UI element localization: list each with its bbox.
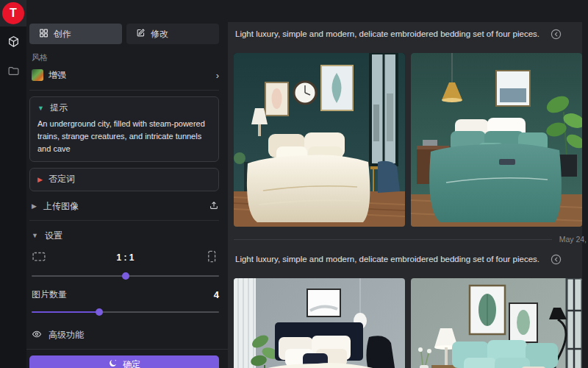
eye-icon — [32, 329, 42, 342]
image-grid-row — [228, 46, 588, 227]
upload-image-row[interactable]: ▶ 上传图像 — [32, 199, 219, 213]
generation-date: May 24, — [559, 235, 587, 244]
generation-prompt-row: Light luxury, simple and modern, delicat… — [228, 247, 588, 271]
reuse-prompt-icon[interactable] — [550, 253, 562, 266]
chevron-right-icon: ▶ — [32, 202, 37, 210]
aspect-ratio-slider[interactable] — [32, 272, 219, 280]
image-count-slider[interactable] — [32, 308, 219, 316]
image-count-label: 图片数量 — [32, 289, 214, 301]
tab-modify-label: 修改 — [151, 28, 168, 40]
slider-thumb[interactable] — [96, 308, 103, 316]
landscape-ratio-icon[interactable] — [32, 250, 46, 266]
divider — [29, 90, 219, 91]
image-count-row: 图片数量 4 — [32, 289, 219, 301]
style-section-label: 风格 — [32, 52, 219, 63]
generation-feed: Light luxury, simple and modern, delicat… — [228, 0, 588, 368]
confirm-label: 确定 — [123, 358, 140, 368]
negative-label: 否定词 — [49, 173, 75, 185]
prompt-input[interactable]: An underground city, filled with steam-p… — [30, 116, 218, 161]
generation-prompt-text: Light luxury, simple and modern, delicat… — [235, 29, 539, 38]
slider-thumb[interactable] — [122, 272, 129, 280]
style-thumbnail — [32, 69, 43, 81]
style-selector[interactable]: 增强 › — [32, 67, 219, 83]
negative-section: ▶ 否定词 — [29, 168, 219, 191]
cube-icon — [7, 35, 20, 51]
generation-prompt-text: Light luxury, simple and modern, delicat… — [235, 255, 539, 263]
reuse-prompt-icon[interactable] — [550, 28, 562, 40]
prompt-section: ▼ 提示 An underground city, filled with st… — [29, 96, 219, 162]
tab-create[interactable]: 创作 — [29, 24, 122, 44]
grid-icon — [39, 28, 49, 40]
image-grid-row — [228, 271, 588, 368]
aspect-ratio-value: 1 : 1 — [46, 252, 204, 263]
moon-icon — [108, 358, 118, 368]
gallery-area: Light luxury, simple and modern, delicat… — [228, 0, 588, 368]
logo-tile: T — [0, 0, 26, 26]
divider-line — [234, 239, 552, 240]
tab-create-label: 创作 — [54, 28, 71, 40]
sidebar-item-generate[interactable] — [0, 33, 26, 52]
portrait-ratio-icon[interactable] — [204, 250, 219, 266]
tab-modify[interactable]: 修改 — [126, 24, 219, 44]
settings-label: 设置 — [45, 230, 219, 242]
generated-image[interactable] — [411, 53, 582, 227]
app-logo[interactable]: T — [2, 2, 24, 24]
chevron-down-icon: ▼ — [37, 105, 44, 112]
folder-icon — [7, 65, 20, 80]
sidebar-item-assets[interactable] — [0, 63, 26, 82]
chevron-right-icon: ▶ — [37, 176, 43, 183]
chevron-down-icon: ▼ — [32, 232, 38, 239]
app-sidebar: T — [0, 0, 26, 368]
chevron-right-icon: › — [216, 71, 219, 80]
divider — [26, 349, 228, 350]
image-count-value: 4 — [214, 289, 219, 300]
divider — [29, 220, 219, 221]
edit-icon — [136, 28, 146, 40]
aspect-ratio-row: 1 : 1 — [32, 250, 219, 265]
prompt-label: 提示 — [50, 102, 68, 114]
upload-label: 上传图像 — [43, 200, 202, 213]
upload-icon[interactable] — [209, 200, 219, 213]
generation-prompt-row: Light luxury, simple and modern, delicat… — [228, 22, 588, 46]
slider-fill — [32, 311, 99, 313]
control-panel: 创作 修改 风格 增强 › ▼ 提示 An underground city, … — [26, 0, 228, 368]
generated-image[interactable] — [234, 53, 405, 227]
negative-section-header[interactable]: ▶ 否定词 — [30, 169, 218, 187]
advanced-features-row[interactable]: 高级功能 — [32, 328, 219, 342]
mode-tabs: 创作 修改 — [29, 24, 219, 44]
confirm-button[interactable]: 确定 — [29, 355, 219, 368]
settings-header[interactable]: ▼ 设置 — [32, 228, 219, 243]
style-value: 增强 — [49, 69, 211, 82]
generated-image[interactable] — [234, 278, 405, 368]
generated-image[interactable] — [411, 278, 582, 368]
date-divider-row: May 24, — [234, 234, 587, 244]
prompt-section-header[interactable]: ▼ 提示 — [30, 97, 218, 116]
advanced-label: 高级功能 — [49, 329, 219, 342]
